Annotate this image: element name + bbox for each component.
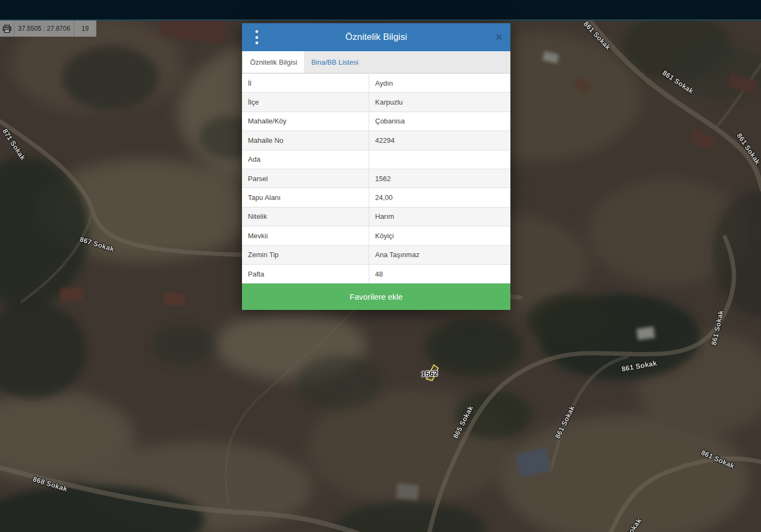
table-row: Parsel 1562 [242,169,510,188]
table-row: Mevkii Köyiçi [242,226,510,245]
coordinates-readout: 37.5505 : 27.8706 [15,20,74,37]
row-label: Parsel [242,175,369,183]
app-window: 871 Sokak 867 Sokak 868 Sokak 865 Sokak … [0,0,761,532]
parcel-number-label: 1562 [421,369,438,378]
table-row: Ada [242,150,510,169]
tab-bina-bb-listesi[interactable]: Bina/BB Listesi [304,51,365,73]
row-value: Harım [369,208,510,226]
row-label: Mahalle No [242,136,369,144]
table-row: Mahalle/Köy Çobanisa [242,112,510,131]
row-value: 24,00 [369,188,510,206]
zoom-level-readout: 19 [74,20,96,37]
row-value: Karpuzlu [369,93,510,111]
row-value: 42294 [369,131,510,149]
table-row: Pafta 48 [242,265,510,284]
row-label: Tapu Alanı [242,194,369,202]
table-row: Tapu Alanı 24,00 [242,188,510,207]
printer-icon [3,25,11,33]
row-value: Çobanisa [369,112,510,130]
row-value: 48 [369,265,510,283]
row-label: Ada [242,155,369,163]
table-row: Nitelik Harım [242,208,510,226]
dialog-header: Öznitelik Bilgisi ✕ [242,23,510,51]
row-label: Pafta [242,270,369,278]
add-to-favorites-button[interactable]: Favorilere ekle [242,284,510,310]
table-row: Mahalle No 42294 [242,131,510,150]
tab-oznitelik-bilgisi[interactable]: Öznitelik Bilgisi [243,51,304,73]
row-label: Mevkii [242,232,369,240]
dialog-title: Öznitelik Bilgisi [242,32,510,43]
close-icon[interactable]: ✕ [495,33,503,42]
table-row: İlçe Karpuzlu [242,93,510,112]
row-value: Ana Taşınmaz [369,246,510,264]
row-label: İl [242,79,369,87]
top-bar [0,0,761,20]
attribute-table: İl Aydın İlçe Karpuzlu Mahalle/Köy Çoban… [242,73,510,284]
table-row: İl Aydın [242,74,510,93]
row-label: Nitelik [242,212,369,220]
print-button[interactable] [0,20,15,37]
row-value: Köyiçi [369,226,510,245]
attribute-info-dialog: Öznitelik Bilgisi ✕ Öznitelik Bilgisi Bi… [242,23,510,310]
map-toolbar: 37.5505 : 27.8706 19 [0,20,96,37]
row-value [369,150,510,169]
table-row: Zemin Tip Ana Taşınmaz [242,246,510,265]
dialog-tabs: Öznitelik Bilgisi Bina/BB Listesi [242,51,510,73]
row-value: Aydın [369,74,510,92]
row-label: İlçe [242,98,369,106]
row-value: 1562 [369,169,510,188]
row-label: Zemin Tip [242,251,369,259]
row-label: Mahalle/Köy [242,117,369,125]
